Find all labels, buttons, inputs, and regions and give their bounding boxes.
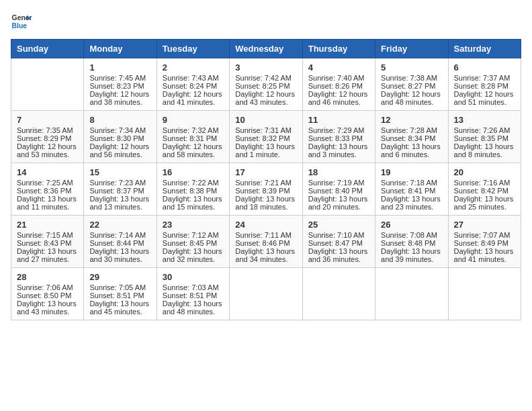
day-number: 19 [381, 167, 442, 177]
daylight-text: Daylight: 12 hours and 38 minutes. [89, 90, 149, 106]
sunset-text: Sunset: 8:28 PM [454, 82, 508, 90]
sunrise-text: Sunrise: 7:23 AM [89, 179, 146, 187]
sunrise-text: Sunrise: 7:06 AM [17, 283, 73, 291]
sunrise-text: Sunrise: 7:11 AM [235, 231, 292, 239]
day-number: 11 [308, 115, 369, 125]
daylight-text: Daylight: 13 hours and 20 minutes. [308, 195, 368, 211]
sunset-text: Sunset: 8:26 PM [308, 82, 363, 90]
day-number: 14 [17, 167, 78, 177]
day-number: 3 [235, 62, 296, 73]
sunrise-text: Sunrise: 7:45 AM [89, 74, 146, 82]
sunrise-text: Sunrise: 7:35 AM [17, 126, 73, 134]
sunrise-text: Sunrise: 7:10 AM [308, 231, 365, 239]
day-cell: 1 Sunrise: 7:45 AM Sunset: 8:23 PM Dayli… [84, 58, 157, 111]
sunset-text: Sunset: 8:46 PM [235, 239, 290, 247]
sunrise-text: Sunrise: 7:43 AM [163, 74, 219, 82]
sunrise-text: Sunrise: 7:25 AM [17, 179, 73, 187]
sunrise-text: Sunrise: 7:42 AM [235, 74, 292, 82]
daylight-text: Daylight: 12 hours and 46 minutes. [308, 90, 368, 106]
sunset-text: Sunset: 8:34 PM [381, 134, 435, 142]
daylight-text: Daylight: 13 hours and 25 minutes. [454, 195, 514, 211]
daylight-text: Daylight: 13 hours and 11 minutes. [17, 195, 77, 211]
day-number: 1 [89, 62, 150, 73]
sunrise-text: Sunrise: 7:37 AM [454, 74, 511, 82]
sunrise-text: Sunrise: 7:32 AM [163, 126, 219, 134]
sunset-text: Sunset: 8:51 PM [89, 291, 144, 300]
day-number: 9 [163, 115, 224, 125]
day-number: 25 [308, 220, 369, 230]
sunset-text: Sunset: 8:25 PM [235, 82, 290, 90]
day-cell: 3 Sunrise: 7:42 AM Sunset: 8:25 PM Dayli… [230, 58, 302, 111]
day-cell: 19 Sunrise: 7:18 AM Sunset: 8:41 PM Dayl… [375, 163, 448, 216]
daylight-text: Daylight: 13 hours and 6 minutes. [381, 142, 441, 158]
sunset-text: Sunset: 8:29 PM [17, 134, 71, 142]
day-number: 6 [454, 62, 515, 73]
day-cell [230, 268, 302, 320]
sunset-text: Sunset: 8:27 PM [381, 82, 435, 90]
week-row-5: 28 Sunrise: 7:06 AM Sunset: 8:50 PM Dayl… [11, 268, 521, 320]
daylight-text: Daylight: 13 hours and 36 minutes. [308, 247, 368, 263]
sunrise-text: Sunrise: 7:15 AM [17, 231, 73, 239]
sunset-text: Sunset: 8:49 PM [454, 239, 508, 247]
sunset-text: Sunset: 8:39 PM [235, 187, 290, 195]
sunset-text: Sunset: 8:37 PM [89, 187, 144, 195]
day-number: 15 [89, 167, 150, 177]
day-number: 29 [89, 272, 150, 282]
day-number: 21 [17, 220, 78, 230]
sunrise-text: Sunrise: 7:22 AM [163, 179, 219, 187]
sunrise-text: Sunrise: 7:31 AM [235, 126, 292, 134]
day-number: 18 [308, 167, 369, 177]
svg-text:Blue: Blue [12, 22, 28, 30]
sunrise-text: Sunrise: 7:08 AM [381, 231, 437, 239]
sunrise-text: Sunrise: 7:34 AM [89, 126, 146, 134]
sunset-text: Sunset: 8:23 PM [89, 82, 144, 90]
sunset-text: Sunset: 8:40 PM [308, 187, 363, 195]
sunset-text: Sunset: 8:24 PM [163, 82, 217, 90]
day-number: 10 [235, 115, 296, 125]
daylight-text: Daylight: 13 hours and 3 minutes. [308, 142, 368, 158]
day-cell: 4 Sunrise: 7:40 AM Sunset: 8:26 PM Dayli… [302, 58, 375, 111]
sunset-text: Sunset: 8:35 PM [454, 134, 508, 142]
daylight-text: Daylight: 13 hours and 13 minutes. [89, 195, 149, 211]
day-cell: 13 Sunrise: 7:26 AM Sunset: 8:35 PM Dayl… [448, 111, 521, 163]
weekday-header-tuesday: Tuesday [157, 40, 229, 58]
day-number: 12 [381, 115, 442, 125]
day-cell: 27 Sunrise: 7:07 AM Sunset: 8:49 PM Dayl… [448, 216, 521, 268]
day-number: 26 [381, 220, 442, 230]
sunrise-text: Sunrise: 7:40 AM [308, 74, 365, 82]
sunset-text: Sunset: 8:44 PM [89, 239, 144, 247]
day-number: 22 [89, 220, 150, 230]
sunset-text: Sunset: 8:47 PM [308, 239, 363, 247]
sunset-text: Sunset: 8:33 PM [308, 134, 363, 142]
day-cell: 2 Sunrise: 7:43 AM Sunset: 8:24 PM Dayli… [157, 58, 229, 111]
day-cell: 10 Sunrise: 7:31 AM Sunset: 8:32 PM Dayl… [230, 111, 302, 163]
day-number: 28 [17, 272, 78, 282]
day-number: 30 [163, 272, 224, 282]
logo-icon: General Blue [11, 11, 32, 32]
sunset-text: Sunset: 8:42 PM [454, 187, 508, 195]
day-cell: 11 Sunrise: 7:29 AM Sunset: 8:33 PM Dayl… [302, 111, 375, 163]
weekday-header-wednesday: Wednesday [230, 40, 302, 58]
daylight-text: Daylight: 13 hours and 27 minutes. [17, 247, 77, 263]
day-number: 23 [163, 220, 224, 230]
day-cell: 28 Sunrise: 7:06 AM Sunset: 8:50 PM Dayl… [11, 268, 84, 320]
sunset-text: Sunset: 8:41 PM [381, 187, 435, 195]
daylight-text: Daylight: 12 hours and 58 minutes. [163, 142, 222, 158]
sunset-text: Sunset: 8:45 PM [163, 239, 217, 247]
sunrise-text: Sunrise: 7:38 AM [381, 74, 437, 82]
day-cell: 21 Sunrise: 7:15 AM Sunset: 8:43 PM Dayl… [11, 216, 84, 268]
daylight-text: Daylight: 12 hours and 53 minutes. [17, 142, 77, 158]
day-cell: 25 Sunrise: 7:10 AM Sunset: 8:47 PM Dayl… [302, 216, 375, 268]
daylight-text: Daylight: 13 hours and 15 minutes. [163, 195, 222, 211]
sunset-text: Sunset: 8:36 PM [17, 187, 71, 195]
sunrise-text: Sunrise: 7:19 AM [308, 179, 365, 187]
day-number: 8 [89, 115, 150, 125]
sunrise-text: Sunrise: 7:12 AM [163, 231, 219, 239]
sunset-text: Sunset: 8:48 PM [381, 239, 435, 247]
day-cell: 5 Sunrise: 7:38 AM Sunset: 8:27 PM Dayli… [375, 58, 448, 111]
day-number: 16 [163, 167, 224, 177]
sunrise-text: Sunrise: 7:28 AM [381, 126, 437, 134]
day-cell [448, 268, 521, 320]
page-header: General Blue [11, 11, 521, 32]
daylight-text: Daylight: 13 hours and 48 minutes. [163, 300, 222, 316]
